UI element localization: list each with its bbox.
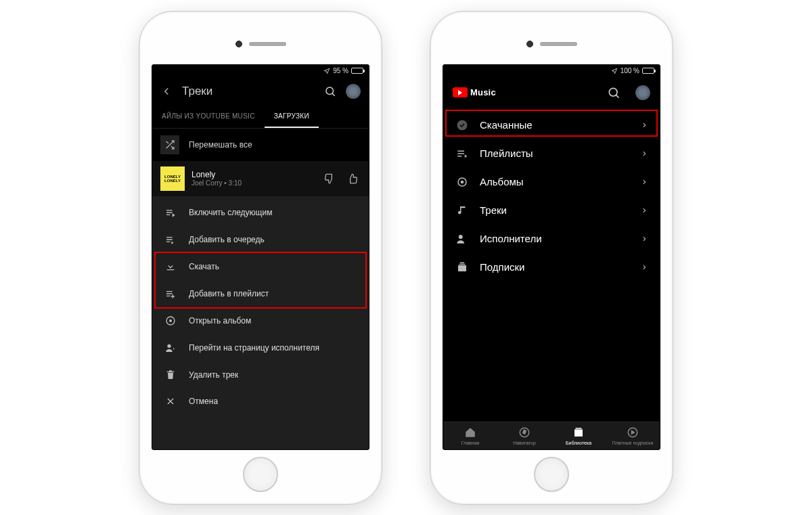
- library-item-label: Треки: [480, 204, 630, 216]
- library-item-playlists[interactable]: Плейлисты: [443, 139, 660, 168]
- tab-downloads[interactable]: ЗАГРУЗКИ: [265, 106, 319, 128]
- svg-point-7: [461, 181, 464, 183]
- menu-add-queue[interactable]: Добавить в очередь: [152, 226, 369, 253]
- tab-youtube-music[interactable]: АЙЛЫ ИЗ YOUTUBE MUSIC: [152, 106, 265, 128]
- track-artwork: LONELY LONELY: [160, 166, 185, 191]
- close-icon: [164, 397, 177, 406]
- menu-delete-track[interactable]: Удалить трек: [152, 361, 369, 388]
- earpiece-speaker: [249, 42, 286, 46]
- page-title: Треки: [182, 85, 315, 98]
- svg-point-0: [326, 87, 334, 95]
- downloaded-icon: [455, 119, 469, 131]
- library-item-artists[interactable]: Исполнители: [443, 225, 660, 253]
- search-button[interactable]: [324, 85, 336, 97]
- menu-open-album[interactable]: Открыть альбом: [152, 307, 369, 334]
- battery-text: 95 %: [333, 67, 348, 74]
- screen-right: 100 % Music Скачанные Плейлисты: [443, 64, 660, 450]
- battery-text: 100 %: [621, 67, 639, 74]
- shuffle-all-row[interactable]: Перемешать все: [152, 129, 369, 161]
- library-icon: [572, 426, 585, 439]
- album-icon: [164, 315, 177, 326]
- chevron-right-icon: [641, 179, 648, 185]
- avatar[interactable]: [635, 85, 650, 100]
- earpiece-speaker: [540, 42, 577, 46]
- screen-left: 95 % Треки АЙЛЫ ИЗ YOUTUBE MUSIC ЗАГРУЗК…: [152, 64, 369, 450]
- queue-icon: [164, 234, 177, 245]
- home-icon: [464, 426, 476, 439]
- menu-cancel[interactable]: Отмена: [152, 388, 369, 414]
- playlist-add-icon: [164, 288, 177, 299]
- subscriptions-icon: [455, 261, 469, 273]
- track-title: Lonely: [191, 170, 315, 179]
- library-list: Скачанные Плейлисты Альбомы Треки Исполн: [443, 108, 660, 284]
- nav-paid[interactable]: Платные подписки: [606, 422, 660, 449]
- menu-label: Добавить в плейлист: [189, 289, 269, 298]
- location-icon: [323, 68, 330, 74]
- back-button[interactable]: [160, 85, 173, 97]
- thumb-up-button[interactable]: [344, 173, 361, 184]
- chevron-right-icon: [641, 207, 648, 214]
- youtube-play-icon: [453, 87, 468, 97]
- page-header: Треки: [152, 77, 369, 106]
- chevron-right-icon: [641, 264, 648, 271]
- chevron-right-icon: [641, 122, 648, 129]
- menu-label: Удалить трек: [189, 370, 238, 380]
- library-item-label: Плейлисты: [480, 148, 630, 159]
- menu-label: Добавить в очередь: [189, 235, 265, 244]
- bottom-nav: Главная Навигатор Библиотека Платные под…: [443, 422, 660, 449]
- menu-label: Включить следующим: [189, 208, 272, 217]
- avatar[interactable]: [346, 84, 361, 99]
- thumb-down-button[interactable]: [321, 173, 338, 184]
- location-icon: [611, 68, 618, 74]
- library-item-albums[interactable]: Альбомы: [443, 168, 660, 196]
- tracks-icon: [455, 204, 469, 217]
- svg-point-2: [170, 319, 172, 321]
- battery-icon: [351, 68, 363, 74]
- search-button[interactable]: [607, 86, 621, 99]
- front-camera: [235, 41, 242, 47]
- svg-point-8: [459, 235, 463, 239]
- artist-icon: [164, 342, 177, 353]
- artists-icon: [455, 233, 469, 245]
- library-item-label: Подписки: [480, 261, 630, 273]
- playlists-icon: [455, 148, 469, 160]
- svg-point-5: [457, 120, 468, 130]
- library-item-tracks[interactable]: Треки: [443, 196, 660, 225]
- chevron-right-icon: [641, 150, 648, 157]
- shuffle-all-label: Перемешать все: [189, 140, 252, 150]
- menu-add-playlist[interactable]: Добавить в плейлист: [152, 280, 369, 307]
- menu-play-next[interactable]: Включить следующим: [152, 199, 369, 226]
- menu-label: Скачать: [189, 262, 219, 271]
- library-item-subscriptions[interactable]: Подписки: [443, 253, 660, 282]
- nav-label: Платные подписки: [612, 441, 654, 445]
- front-camera: [526, 41, 533, 47]
- phone-top-hardware: [443, 24, 660, 64]
- library-item-label: Исполнители: [480, 233, 630, 244]
- download-icon: [164, 261, 177, 272]
- track-row[interactable]: LONELY LONELY Lonely Joel Corry • 3:10: [152, 161, 369, 196]
- track-meta: Lonely Joel Corry • 3:10: [191, 170, 315, 187]
- menu-label: Перейти на страницу исполнителя: [189, 343, 319, 353]
- library-item-downloaded[interactable]: Скачанные: [443, 111, 660, 139]
- phone-mockup-right: 100 % Music Скачанные Плейлисты: [430, 11, 673, 505]
- nav-home[interactable]: Главная: [443, 422, 497, 449]
- battery-icon: [642, 68, 654, 74]
- tabs: АЙЛЫ ИЗ YOUTUBE MUSIC ЗАГРУЗКИ: [152, 106, 369, 129]
- menu-label: Отмена: [189, 397, 218, 406]
- status-bar: 95 %: [152, 65, 369, 77]
- status-bar: 100 %: [443, 65, 660, 77]
- nav-label: Библиотека: [566, 441, 591, 445]
- nav-library[interactable]: Библиотека: [551, 422, 606, 449]
- nav-explore[interactable]: Навигатор: [497, 422, 551, 449]
- home-button[interactable]: [243, 457, 278, 492]
- menu-goto-artist[interactable]: Перейти на страницу исполнителя: [152, 334, 369, 361]
- menu-download[interactable]: Скачать: [152, 253, 369, 280]
- phone-mockup-left: 95 % Треки АЙЛЫ ИЗ YOUTUBE MUSIC ЗАГРУЗК…: [139, 11, 382, 505]
- action-sheet: Включить следующим Добавить в очередь Ск…: [152, 196, 369, 449]
- youtube-music-logo[interactable]: Music: [453, 87, 496, 97]
- explore-icon: [518, 426, 531, 439]
- phone-top-hardware: [152, 24, 369, 64]
- brand-text: Music: [470, 87, 496, 97]
- home-button[interactable]: [534, 457, 569, 492]
- track-subtitle: Joel Corry • 3:10: [191, 179, 315, 187]
